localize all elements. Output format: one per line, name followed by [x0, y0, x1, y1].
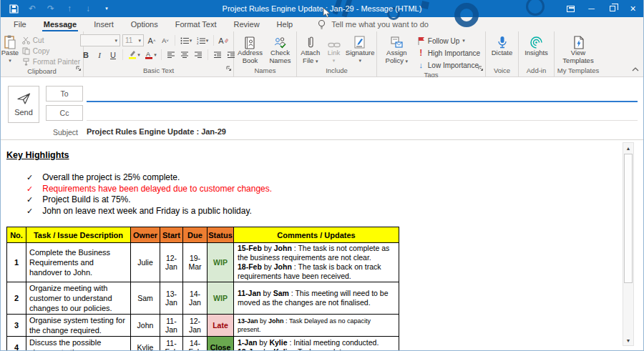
low-importance-button[interactable]: ↓ Low Importance	[414, 60, 483, 70]
collapse-ribbon-icon[interactable]	[632, 61, 639, 74]
send-button[interactable]: Send	[8, 86, 39, 123]
font-color-icon[interactable]: A▾	[143, 49, 157, 61]
format-painter-label: Format Painter	[33, 58, 80, 66]
tab-insert[interactable]: Insert	[85, 17, 122, 31]
signature-button[interactable]: Signature ▾	[343, 33, 376, 64]
link-button[interactable]: Link ▾	[324, 33, 344, 64]
bold-icon[interactable]: B	[80, 49, 92, 61]
insights-button[interactable]: Insights	[519, 33, 554, 57]
ribbon-display-options-icon[interactable]	[560, 0, 581, 17]
cell-no[interactable]: 1	[7, 243, 26, 282]
save-icon[interactable]	[8, 3, 19, 14]
font-name-select[interactable]: ▾	[80, 34, 120, 46]
align-center-icon[interactable]	[179, 49, 190, 61]
minimize-icon[interactable]: ─	[581, 0, 602, 17]
tags-dialog-launcher-icon[interactable]	[478, 61, 484, 74]
tell-me-box[interactable]: Tell me what you want to do	[317, 19, 429, 30]
customize-qat-icon[interactable]: ▾	[101, 3, 112, 14]
cell-status[interactable]: Late	[208, 315, 234, 337]
cell-owner[interactable]: Julie	[131, 243, 160, 282]
scroll-down-icon[interactable]: ▼	[623, 335, 633, 345]
tab-file[interactable]: File	[5, 17, 35, 31]
format-painter-button[interactable]: Format Painter	[19, 56, 83, 66]
cell-task[interactable]: Organize meeting with customer to unders…	[26, 282, 131, 315]
cell-owner[interactable]: Kylie	[131, 337, 160, 351]
cell-due[interactable]: 14-Feb	[183, 337, 208, 351]
tab-options[interactable]: Options	[122, 17, 167, 31]
move-down-icon[interactable]: ↓	[82, 3, 94, 14]
cell-status[interactable]: Close	[208, 337, 234, 351]
cell-status[interactable]: WIP	[208, 243, 234, 282]
address-book-button[interactable]: Address Book	[235, 33, 265, 64]
cell-start[interactable]: 11-Feb	[160, 337, 183, 351]
cell-due[interactable]: 12-Jan	[183, 315, 208, 337]
align-right-icon[interactable]	[192, 49, 204, 61]
decrease-indent-icon[interactable]	[212, 49, 223, 61]
font-size-select[interactable]: 11▾	[122, 34, 144, 46]
cell-due[interactable]: 14-Jan	[183, 282, 208, 315]
cell-due[interactable]: 19-Mar	[183, 243, 208, 282]
cell-no[interactable]: 4	[7, 337, 26, 351]
tab-review[interactable]: Review	[225, 17, 268, 31]
align-left-icon[interactable]	[165, 49, 177, 61]
assign-policy-button[interactable]: Assign Policy ▾	[379, 33, 414, 65]
cell-owner[interactable]: John	[131, 315, 160, 337]
group-tags: Assign Policy ▾ Follow Up ▾ ! High Impor…	[377, 31, 486, 76]
cut-button[interactable]: Cut	[19, 35, 83, 45]
cell-start[interactable]: 12-Jan	[160, 243, 183, 282]
grow-font-icon[interactable]: A˄	[146, 34, 157, 46]
close-icon[interactable]: ×	[623, 0, 643, 17]
tab-format-text[interactable]: Format Text	[167, 17, 225, 31]
tab-help[interactable]: Help	[268, 17, 302, 31]
basic-text-dialog-launcher-icon[interactable]	[226, 61, 232, 74]
redo-icon[interactable]: ↷	[45, 3, 57, 14]
check-names-button[interactable]: Check Names	[265, 33, 296, 64]
follow-up-label: Follow Up	[428, 37, 459, 45]
cell-owner[interactable]: Sam	[131, 282, 160, 315]
cell-start[interactable]: 11-Jan	[160, 315, 183, 337]
scrollbar-thumb[interactable]	[624, 154, 633, 283]
low-importance-label: Low Importance	[428, 61, 479, 69]
clear-formatting-icon[interactable]: A	[218, 34, 229, 46]
cell-task[interactable]: Discuss the possible changes to the scop…	[26, 337, 131, 351]
cell-task[interactable]: Organise system testing for the change r…	[26, 315, 131, 337]
move-up-icon[interactable]: ↑	[64, 3, 75, 14]
numbering-icon[interactable]: 12▾	[195, 34, 210, 46]
cell-comments[interactable]: 1-Jan by Kylie : Initial meeting conduct…	[234, 337, 399, 351]
dictate-button[interactable]: Dictate	[487, 33, 518, 57]
copy-button[interactable]: Copy	[19, 46, 83, 56]
shrink-font-icon[interactable]: A˅	[160, 34, 171, 46]
restore-icon[interactable]	[602, 0, 623, 17]
tab-message[interactable]: Message	[35, 17, 85, 31]
high-importance-button[interactable]: ! High Importance	[414, 48, 483, 58]
italic-icon[interactable]: I	[94, 49, 105, 61]
subject-input[interactable]: Project Rules Engine Update : Jan-29	[87, 127, 226, 136]
undo-icon[interactable]: ↶	[26, 3, 38, 14]
cell-status[interactable]: WIP	[208, 282, 234, 315]
highlight-item: ✓Overall the project is 25% complete.	[26, 172, 615, 184]
view-templates-button[interactable]: View Templates	[559, 33, 597, 64]
cell-comments[interactable]: 11-Jan by Sam : This meeting will need t…	[234, 282, 399, 315]
cell-comments[interactable]: 13-Jan by John : Task Delayed as no capa…	[234, 315, 399, 337]
message-body-editor[interactable]: Key Highlights ✓Overall the project is 2…	[1, 140, 643, 350]
cc-input[interactable]	[87, 120, 638, 121]
underline-icon[interactable]: U	[107, 49, 119, 61]
to-input[interactable]	[87, 101, 638, 102]
text-highlight-color-icon[interactable]: ▾	[127, 49, 141, 61]
highlights-list: ✓Overall the project is 25% complete.✓Re…	[26, 172, 615, 217]
cell-no[interactable]: 3	[7, 315, 26, 337]
clipboard-dialog-launcher-icon[interactable]	[76, 61, 82, 74]
group-label-my-templates: My Templates	[555, 66, 602, 76]
cell-start[interactable]: 13-Jan	[160, 282, 183, 315]
paste-button[interactable]: Paste ▾	[1, 33, 19, 64]
cell-task[interactable]: Complete the Business Requirements and h…	[26, 243, 131, 282]
cell-comments[interactable]: 15-Feb by John : The task is not complet…	[234, 243, 399, 282]
cell-no[interactable]: 2	[7, 282, 26, 315]
vertical-scrollbar[interactable]: ▲ ▼	[623, 142, 634, 346]
attach-file-button[interactable]: Attach File ▾	[297, 33, 324, 65]
to-button[interactable]: To	[46, 86, 83, 102]
bullets-icon[interactable]: ▾	[179, 34, 193, 46]
cc-button[interactable]: Cc	[46, 105, 83, 121]
follow-up-button[interactable]: Follow Up ▾	[414, 36, 483, 46]
scroll-up-icon[interactable]: ▲	[623, 143, 633, 153]
